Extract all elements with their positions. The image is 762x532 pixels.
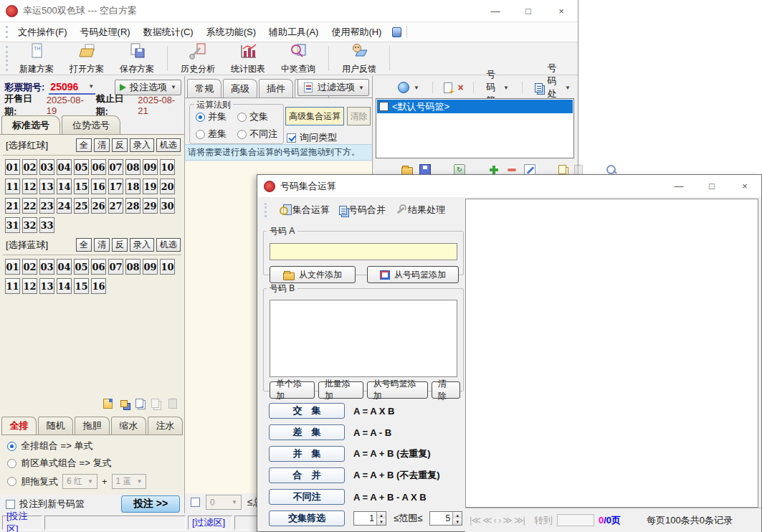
red-ball-15[interactable]: 15 xyxy=(74,179,89,194)
red-ball-05[interactable]: 05 xyxy=(74,159,89,175)
red-ball-30[interactable]: 30 xyxy=(160,198,175,214)
op-button-6[interactable]: 交集筛选 xyxy=(269,510,345,526)
op-button-2[interactable]: 差 集 xyxy=(269,424,345,440)
red-action-3[interactable]: 反 xyxy=(112,138,128,152)
add-from-basket-button[interactable]: 从号码篮添加 xyxy=(367,381,428,399)
red-ball-09[interactable]: 09 xyxy=(143,159,158,175)
spin-down-icon[interactable]: ▼ xyxy=(453,518,462,525)
copy-icon[interactable] xyxy=(558,165,566,174)
pager-last-icon[interactable]: ≫| xyxy=(514,515,525,526)
red-ball-32[interactable]: 32 xyxy=(22,217,37,233)
middle-tab-2[interactable]: 高级 xyxy=(223,79,257,98)
menu-item-2[interactable]: 号码处理(R) xyxy=(74,23,137,42)
copy-move-icon[interactable] xyxy=(135,399,143,408)
rule-option-2[interactable]: 交集 xyxy=(237,110,285,123)
blue-ball-12[interactable]: 12 xyxy=(22,278,37,294)
blue-ball-08[interactable]: 08 xyxy=(125,259,141,275)
total-limit-checkbox[interactable] xyxy=(191,498,200,507)
dialog-close-button[interactable]: × xyxy=(728,176,761,197)
red-ball-10[interactable]: 10 xyxy=(160,159,175,175)
copy-stack-icon[interactable] xyxy=(120,400,128,407)
blue-ball-05[interactable]: 05 xyxy=(74,259,89,275)
pager-fast-next-icon[interactable]: ≫ xyxy=(503,515,512,526)
new-plan-button[interactable]: TH 新建方案 xyxy=(11,43,62,75)
mode-dantuo[interactable]: 胆拖复式 6 红 ▼ + 1 蓝 ▼ xyxy=(7,474,146,489)
radio-icon[interactable] xyxy=(196,113,205,122)
blue-ball-06[interactable]: 06 xyxy=(91,259,106,275)
blue-ball-14[interactable]: 14 xyxy=(57,278,72,294)
menu-item-6[interactable]: 使用帮助(H) xyxy=(325,23,388,42)
rule-option-3[interactable]: 差集 xyxy=(196,128,237,141)
combo-tab-3[interactable]: 拖胆 xyxy=(75,417,110,434)
red-action-5[interactable]: 机选 xyxy=(156,138,181,152)
tab-set-operation[interactable]: 集合运算 xyxy=(280,204,330,217)
red-ball-13[interactable]: 13 xyxy=(39,179,54,194)
radio-icon[interactable] xyxy=(237,130,247,139)
radio-icon[interactable] xyxy=(196,130,205,139)
blue-action-4[interactable]: 录入 xyxy=(130,238,154,252)
combo-tab-2[interactable]: 随机 xyxy=(38,417,73,434)
clear-button[interactable]: 清除 xyxy=(432,381,460,399)
process-menu-button[interactable]: 号码处理 ▼ xyxy=(531,79,574,96)
red-ball-08[interactable]: 08 xyxy=(125,159,141,175)
blue-ball-11[interactable]: 11 xyxy=(5,278,20,294)
feedback-button[interactable]: 用户反馈 xyxy=(334,43,384,75)
red-action-4[interactable]: 录入 xyxy=(130,138,154,152)
blue-ball-01[interactable]: 01 xyxy=(5,259,20,275)
red-ball-17[interactable]: 17 xyxy=(108,179,123,194)
range-min-spinner[interactable]: 1▲▼ xyxy=(353,511,386,526)
red-ball-21[interactable]: 21 xyxy=(5,198,20,214)
spin-down-icon[interactable]: ▼ xyxy=(377,518,386,525)
red-action-2[interactable]: 清 xyxy=(94,138,110,152)
issue-select[interactable]: 25096 ▼ xyxy=(49,80,95,95)
red-ball-33[interactable]: 33 xyxy=(39,217,54,233)
select-tab-1[interactable]: 标准选号 xyxy=(1,115,60,134)
dialog-titlebar[interactable]: 号码集合运算 — □ × xyxy=(257,175,761,198)
red-ball-01[interactable]: 01 xyxy=(5,159,20,175)
dialog-maximize-button[interactable]: □ xyxy=(695,176,728,197)
menu-item-5[interactable]: 辅助工具(A) xyxy=(262,23,325,42)
basket-checkbox[interactable] xyxy=(379,102,389,111)
blue-ball-04[interactable]: 04 xyxy=(57,259,72,275)
red-ball-27[interactable]: 27 xyxy=(108,198,123,214)
red-ball-16[interactable]: 16 xyxy=(91,179,106,194)
red-ball-25[interactable]: 25 xyxy=(74,198,89,214)
spin-up-icon[interactable]: ▲ xyxy=(453,512,462,518)
menu-item-1[interactable]: 文件操作(F) xyxy=(11,23,74,42)
add-from-file-button[interactable]: 从文件添加 xyxy=(270,266,356,283)
menu-item-4[interactable]: 系统功能(S) xyxy=(200,23,262,42)
bet-button[interactable]: 投注 >> xyxy=(121,495,180,513)
pager-fast-prev-icon[interactable]: ≪ xyxy=(482,515,492,526)
op-button-1[interactable]: 交 集 xyxy=(269,403,345,419)
red-ball-07[interactable]: 07 xyxy=(108,159,123,175)
menu-item-3[interactable]: 数据统计(C) xyxy=(137,23,200,42)
range-max-spinner[interactable]: 5▲▼ xyxy=(429,511,462,526)
total-count-select[interactable]: 0 ▼ xyxy=(206,495,242,510)
op-button-4[interactable]: 合 并 xyxy=(269,467,345,483)
delete-basket-icon[interactable]: × xyxy=(458,82,464,93)
mode-front-single[interactable]: 前区单式组合 => 复式 xyxy=(7,457,111,470)
goto-page-input[interactable] xyxy=(557,514,594,526)
blue-ball-02[interactable]: 02 xyxy=(22,259,37,275)
red-ball-23[interactable]: 23 xyxy=(39,198,54,214)
blue-action-1[interactable]: 全 xyxy=(76,238,92,252)
red-ball-18[interactable]: 18 xyxy=(125,179,141,194)
maximize-button[interactable]: □ xyxy=(512,0,545,22)
red-ball-14[interactable]: 14 xyxy=(57,179,72,194)
red-ball-02[interactable]: 02 xyxy=(22,159,37,175)
middle-tab-3[interactable]: 插件 xyxy=(259,79,293,98)
blue-ball-13[interactable]: 13 xyxy=(39,278,54,294)
red-ball-24[interactable]: 24 xyxy=(57,198,72,214)
red-ball-28[interactable]: 28 xyxy=(125,198,141,214)
op-button-3[interactable]: 并 集 xyxy=(269,446,345,462)
advanced-set-operation-button[interactable]: 高级集合运算 xyxy=(285,107,344,125)
red-action-1[interactable]: 全 xyxy=(76,138,92,152)
pager-next-icon[interactable]: › xyxy=(498,515,500,526)
blue-ball-09[interactable]: 09 xyxy=(143,259,158,275)
dialog-minimize-button[interactable]: — xyxy=(662,176,695,197)
new-basket-icon[interactable] xyxy=(444,82,452,93)
clear-button[interactable]: 清除 xyxy=(347,107,371,125)
pager-prev-icon[interactable]: ‹ xyxy=(494,515,496,526)
radio-icon[interactable] xyxy=(7,459,16,468)
red-ball-12[interactable]: 12 xyxy=(22,179,37,194)
